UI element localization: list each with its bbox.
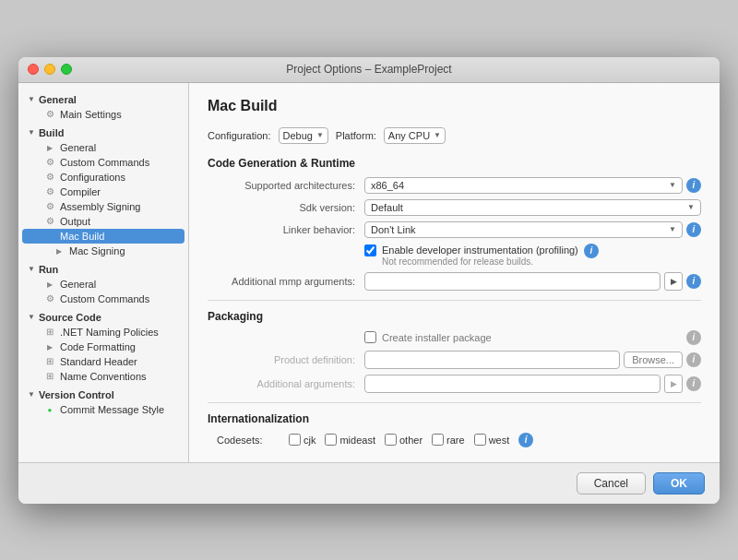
intl-info-button[interactable]: i: [518, 433, 533, 447]
codeset-mideast: mideast: [325, 434, 375, 446]
ok-button[interactable]: OK: [653, 472, 705, 494]
sidebar-item-label: Mac Signing: [69, 245, 125, 256]
instrumentation-info-button[interactable]: i: [584, 244, 599, 258]
codeset-west-checkbox[interactable]: [474, 434, 486, 446]
gear-icon: [44, 216, 55, 226]
sdk-select[interactable]: Default ▼: [364, 199, 701, 216]
instrumentation-checkbox[interactable]: [364, 244, 376, 256]
sidebar-item-label: Compiler: [60, 186, 101, 197]
chevron-down-icon: ▼: [669, 181, 676, 189]
mmp-label: Additional mmp arguments:: [208, 276, 364, 287]
sidebar-item-output[interactable]: Output: [18, 214, 188, 229]
chevron-down-icon: ▼: [434, 131, 441, 139]
triangle-down-icon: ▼: [28, 313, 35, 321]
title-bar: Project Options – ExampleProject: [18, 57, 720, 83]
codeset-west: west: [474, 434, 510, 446]
close-button[interactable]: [28, 64, 39, 75]
codeset-rare-label: rare: [446, 435, 465, 446]
sidebar-item-label: Main Settings: [60, 109, 122, 120]
maximize-button[interactable]: [61, 64, 72, 75]
sidebar-item-mac-build[interactable]: Mac Build: [22, 229, 184, 244]
sidebar-item-label: .NET Naming Policies: [60, 327, 159, 338]
sidebar-section-general[interactable]: ▼ General: [18, 90, 188, 107]
packaging-info-button[interactable]: i: [686, 330, 701, 345]
divider: [208, 300, 701, 301]
codeset-cjk-checkbox[interactable]: [289, 434, 301, 446]
sdk-label: Sdk version:: [208, 202, 364, 213]
green-dot-icon: [44, 404, 55, 414]
packaging-title: Packaging: [208, 310, 701, 323]
chevron-down-icon: ▼: [669, 225, 676, 233]
minimize-button[interactable]: [44, 64, 55, 75]
sidebar-item-net-naming[interactable]: .NET Naming Policies: [18, 325, 188, 340]
sidebar-item-main-settings[interactable]: Main Settings: [18, 107, 188, 122]
sidebar-item-label: Output: [60, 216, 90, 227]
arch-info-button[interactable]: i: [686, 178, 701, 193]
sidebar-item-compiler[interactable]: Compiler: [18, 185, 188, 199]
mmp-control: ▶ i: [364, 272, 701, 291]
linker-select[interactable]: Don't Link ▼: [364, 221, 683, 238]
sidebar-item-label: Commit Message Style: [60, 404, 164, 415]
sidebar-item-commit-message-style[interactable]: Commit Message Style: [18, 402, 188, 417]
sidebar-item-label: General: [60, 279, 96, 290]
sidebar-item-assembly-signing[interactable]: Assembly Signing: [18, 199, 188, 214]
triangle-right-icon: [44, 279, 55, 289]
codeset-rare-checkbox[interactable]: [432, 434, 444, 446]
traffic-lights: [28, 64, 72, 75]
grid-icon: [44, 371, 55, 381]
sidebar-section-run[interactable]: ▼ Run: [18, 260, 188, 277]
browse-button[interactable]: Browse...: [624, 351, 683, 368]
create-installer-label: Create installer package: [382, 332, 492, 343]
product-def-input[interactable]: [364, 351, 620, 369]
codeset-items: cjk mideast other rare: [289, 433, 533, 447]
divider2: [208, 402, 701, 403]
panel-title: Mac Build: [208, 98, 701, 114]
sidebar-item-build-general[interactable]: General: [18, 140, 188, 155]
platform-label: Platform:: [336, 130, 376, 141]
sidebar-group-version-control: ▼ Version Control Commit Message Style: [18, 386, 188, 417]
platform-value: Any CPU: [388, 130, 430, 141]
sidebar-item-standard-header[interactable]: Standard Header: [18, 354, 188, 369]
sidebar-item-label: General: [60, 142, 96, 153]
platform-select[interactable]: Any CPU ▼: [384, 127, 446, 144]
configuration-label: Configuration:: [208, 130, 271, 141]
arch-select[interactable]: x86_64 ▼: [364, 177, 683, 194]
sidebar-item-run-general[interactable]: General: [18, 277, 188, 292]
linker-info-button[interactable]: i: [686, 222, 701, 237]
gear-icon: [44, 186, 55, 197]
sidebar-source-label: Source Code: [39, 312, 101, 323]
sidebar-item-code-formatting[interactable]: Code Formatting: [18, 340, 188, 354]
sdk-value: Default: [371, 202, 403, 213]
sidebar-item-configurations[interactable]: Configurations: [18, 170, 188, 185]
create-installer-checkbox[interactable]: [364, 331, 376, 343]
sidebar-item-mac-signing[interactable]: Mac Signing: [18, 244, 188, 258]
codeset-other-checkbox[interactable]: [385, 434, 397, 446]
sdk-control: Default ▼: [364, 199, 701, 216]
sidebar-item-custom-commands[interactable]: Custom Commands: [18, 155, 188, 170]
form-row-product-def: Product definition: Browse... i: [208, 351, 701, 369]
pkg-args-info-button[interactable]: i: [686, 376, 701, 391]
pkg-args-run-button[interactable]: ▶: [664, 375, 683, 393]
mmp-input[interactable]: [364, 272, 661, 291]
sidebar-item-run-custom-commands[interactable]: Custom Commands: [18, 292, 188, 306]
arch-control: x86_64 ▼ i: [364, 177, 701, 194]
triangle-right-icon: [44, 142, 55, 152]
sidebar-item-name-conventions[interactable]: Name Conventions: [18, 369, 188, 384]
configuration-select[interactable]: Debug ▼: [279, 127, 328, 144]
sidebar-item-label: Standard Header: [60, 356, 137, 367]
codeset-mideast-checkbox[interactable]: [325, 434, 337, 446]
mmp-run-button[interactable]: ▶: [664, 272, 683, 291]
product-def-info-button[interactable]: i: [686, 352, 701, 367]
triangle-down-icon: ▼: [28, 95, 35, 103]
sidebar-section-build[interactable]: ▼ Build: [18, 124, 188, 140]
sidebar-section-source-code[interactable]: ▼ Source Code: [18, 308, 188, 325]
mmp-info-button[interactable]: i: [686, 274, 701, 289]
cancel-button[interactable]: Cancel: [577, 472, 646, 494]
pkg-args-input[interactable]: [364, 375, 661, 393]
linker-label: Linker behavior:: [208, 224, 364, 235]
sidebar-build-label: Build: [39, 127, 65, 138]
grid-icon: [44, 327, 55, 337]
intl-title: Internationalization: [208, 412, 701, 425]
sidebar-item-label: Name Conventions: [60, 371, 147, 382]
sidebar-section-version-control[interactable]: ▼ Version Control: [18, 386, 188, 402]
